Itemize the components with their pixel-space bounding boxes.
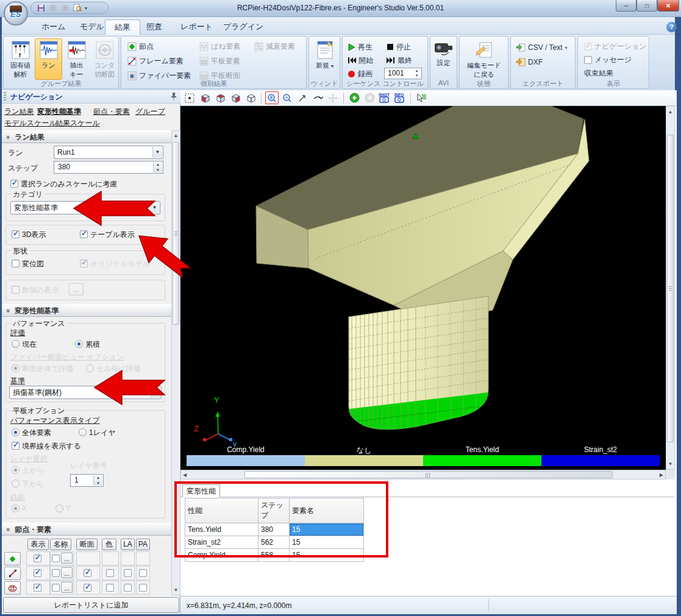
nav-link-model-scale[interactable]: モデルスケール [4, 118, 57, 129]
nav-link-result-scale[interactable]: 結果スケール [55, 118, 100, 129]
export-dxf-button[interactable]: DXF [516, 56, 543, 68]
cell-element[interactable]: 15 [290, 549, 364, 562]
run-select-arrow-icon[interactable]: ▼ [152, 147, 162, 158]
nav-link-node-element[interactable]: 節点・要素 [93, 107, 130, 117]
frame-display-checkbox[interactable] [34, 569, 41, 577]
column-button-section[interactable]: 断面 [76, 539, 98, 550]
fiber-la-checkbox[interactable] [124, 584, 132, 592]
radio-cumulative[interactable] [75, 340, 83, 348]
frame-number-input[interactable]: 1001 ▲▼ [384, 68, 422, 79]
top-view-icon[interactable] [213, 91, 227, 104]
col-performance[interactable]: 性能 [185, 498, 258, 523]
frame-pa-checkbox[interactable] [139, 569, 147, 577]
frame-row-icon[interactable] [4, 567, 21, 580]
cell-element-selected[interactable]: 15 [290, 523, 364, 536]
tab-deformation-performance[interactable]: 変形性能 [182, 484, 220, 497]
step-input[interactable]: 380▲▼ [54, 161, 163, 174]
node-name-more-button[interactable]: ... [61, 553, 73, 564]
show-border-checkbox[interactable] [12, 442, 20, 450]
radio-all-elements[interactable] [12, 428, 20, 436]
fit-view-icon[interactable] [183, 91, 196, 104]
screenshot-icon[interactable]: SHOT [378, 91, 391, 104]
go-first-button[interactable]: 開始 [348, 54, 373, 66]
radio-current[interactable] [12, 340, 20, 348]
stop-button[interactable]: 停止 [387, 41, 411, 53]
table-row[interactable]: Comp.Yield 558 15 [185, 549, 364, 562]
tab-home[interactable]: ホーム [32, 19, 75, 35]
scroll-left-icon[interactable]: ◀ [183, 472, 187, 478]
cell-element[interactable]: 15 [290, 536, 364, 549]
frame-spinner-arrows[interactable]: ▲▼ [413, 68, 421, 78]
cell-step[interactable]: 380 [258, 523, 290, 536]
nav-link-run-results[interactable]: ラン結果 [4, 107, 34, 117]
section-header-run-results[interactable]: »ラン結果 [2, 130, 171, 143]
rotate-view-icon[interactable] [311, 91, 324, 104]
application-menu-button[interactable]: ES [4, 1, 28, 26]
table-row[interactable]: Tens.Yield 380 15 [185, 523, 364, 536]
front-view-icon[interactable] [198, 91, 212, 104]
column-button-pa[interactable]: PA [136, 539, 150, 550]
fiber-section-checkbox[interactable] [84, 584, 91, 592]
cell-performance[interactable]: Strain_st2 [185, 536, 258, 549]
table-row[interactable]: Strain_st2 562 15 [185, 536, 364, 549]
viewport-hscroll-thumb[interactable] [244, 471, 613, 478]
section-header-deformation-criteria[interactable]: »変形性能基準 [2, 304, 171, 317]
node-name-checkbox[interactable] [52, 554, 60, 562]
pin-icon[interactable] [170, 92, 179, 101]
radio-one-layer[interactable] [79, 428, 87, 436]
cell-performance[interactable]: Comp.Yield [185, 549, 258, 562]
step-spinner-arrows[interactable]: ▲▼ [153, 162, 162, 172]
tab-check[interactable]: 照査 [137, 19, 171, 35]
performance-display-type-link[interactable]: パフォーマンス表示タイプ [10, 416, 100, 426]
maximize-button[interactable]: □ [636, 0, 657, 12]
node-display-checkbox[interactable] [34, 554, 41, 562]
minimize-button[interactable]: ─ [616, 0, 636, 12]
return-edit-mode-button[interactable]: 編集モードに戻る [464, 38, 504, 80]
table-display-checkbox[interactable] [80, 230, 88, 238]
nav-scrollbar-thumb[interactable] [173, 142, 179, 325]
node-result-button[interactable]: 節点 [127, 40, 154, 52]
viewport-vscroll-thumb[interactable] [667, 135, 674, 442]
run-button[interactable]: ラン [35, 38, 62, 80]
evaluation-link[interactable]: 評価 [10, 328, 25, 338]
selected-run-scale-checkbox[interactable] [10, 180, 18, 188]
extract-key-button[interactable]: 抽出キー [63, 38, 90, 80]
new-window-button[interactable]: 新規 ▾ [311, 38, 338, 80]
damage-standard-select[interactable]: 損傷基準(鋼材)▼ [9, 386, 162, 399]
node-row-icon[interactable] [4, 552, 21, 565]
column-button-display[interactable]: 表示 [27, 539, 49, 550]
fiber-pa-checkbox[interactable] [139, 584, 147, 592]
zoom-out-icon[interactable] [280, 91, 294, 104]
3d-display-checkbox[interactable] [12, 230, 20, 238]
nav-link-deformation-criteria[interactable]: 変形性能基準 [37, 107, 81, 117]
eigenvalue-analysis-button[interactable]: f 固有値解析 [7, 38, 34, 80]
scroll-down-icon[interactable]: ▼ [172, 587, 180, 593]
column-button-color[interactable]: 色 [102, 539, 116, 550]
run-select[interactable]: Run1▼ [54, 146, 163, 159]
pan-arrow-icon[interactable] [296, 91, 309, 104]
message-toggle[interactable]: メッセージ [584, 54, 632, 66]
damage-standard-arrow-icon[interactable]: ▼ [151, 387, 160, 398]
info-capture-icon[interactable]: INFO [393, 91, 407, 104]
frame-name-checkbox[interactable] [52, 569, 60, 577]
frame-color-checkbox[interactable] [106, 569, 114, 577]
column-button-name[interactable]: 名称 [50, 539, 71, 550]
fiber-row-icon[interactable] [4, 581, 21, 595]
frame-section-checkbox[interactable] [84, 569, 91, 577]
frame-element-button[interactable]: フレーム要素 [127, 55, 184, 67]
go-last-button[interactable]: 最終 [387, 54, 412, 66]
perspective-view-icon[interactable] [244, 91, 257, 104]
tab-result[interactable]: 結果 [105, 19, 140, 35]
record-button[interactable]: 録画 [348, 68, 373, 80]
3d-viewport[interactable]: Y Z v Comp.Yield なし Tens.Yield Strain_st… [180, 106, 666, 470]
displacement-diagram-checkbox[interactable] [12, 260, 20, 267]
export-csv-button[interactable]: CSV / Text ▾ [516, 41, 567, 54]
standard-link[interactable]: 基準 [10, 376, 25, 386]
convergence-results-button[interactable]: 収束結果 [584, 67, 613, 79]
cell-performance[interactable]: Tens.Yield [185, 523, 258, 536]
avi-settings-button[interactable]: 設定 [430, 38, 457, 80]
zoom-in-icon[interactable] [265, 91, 279, 104]
category-select[interactable]: 変形性能基準▼ [10, 201, 160, 214]
col-step[interactable]: ステップ [258, 498, 290, 523]
frame-la-checkbox[interactable] [124, 569, 132, 577]
